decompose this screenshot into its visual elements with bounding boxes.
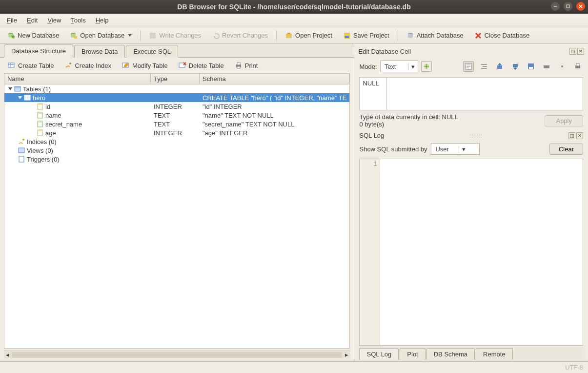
statusbar: UTF-8 bbox=[0, 361, 588, 373]
tab-database-structure[interactable]: Database Structure bbox=[4, 44, 73, 58]
clear-button[interactable]: Clear bbox=[549, 144, 583, 155]
cell-editor[interactable]: NULL bbox=[359, 77, 583, 110]
tree-tables-node[interactable]: Tables (1) bbox=[4, 84, 349, 93]
tab-dbschema[interactable]: DB Schema bbox=[426, 348, 475, 360]
schema-tree[interactable]: Name Type Schema Tables (1) hero CREATE … bbox=[4, 73, 350, 349]
import-icon[interactable] bbox=[510, 61, 521, 72]
null-icon[interactable] bbox=[541, 61, 552, 72]
sql-source-combo[interactable]: User ▾ bbox=[431, 143, 480, 155]
minimize-button[interactable] bbox=[551, 2, 560, 11]
mode-value: Text bbox=[381, 63, 408, 70]
menu-edit[interactable]: Edit bbox=[23, 16, 41, 25]
label: Open Project bbox=[295, 32, 332, 39]
svg-rect-39 bbox=[38, 130, 42, 131]
undock-button[interactable]: ◫ bbox=[569, 48, 576, 55]
svg-point-19 bbox=[69, 62, 71, 64]
create-table-button[interactable]: Create Table bbox=[6, 61, 56, 70]
tab-execute-sql[interactable]: Execute SQL bbox=[126, 45, 178, 58]
right-tabs: SQL Log Plot DB Schema Remote bbox=[357, 347, 585, 359]
col-type-header[interactable]: Type bbox=[151, 74, 200, 84]
close-pane-button[interactable]: ✕ bbox=[576, 132, 583, 139]
write-changes-button[interactable]: Write Changes bbox=[144, 30, 205, 41]
save-project-button[interactable]: Save Project bbox=[339, 30, 394, 41]
revert-changes-button[interactable]: Revert Changes bbox=[207, 30, 272, 41]
chevron-down-icon: ▾ bbox=[408, 63, 418, 70]
horizontal-scrollbar[interactable]: ◂ ▸ bbox=[4, 351, 350, 358]
svg-rect-1 bbox=[567, 5, 569, 8]
close-button[interactable] bbox=[576, 2, 585, 11]
sql-log-content[interactable] bbox=[380, 159, 583, 345]
window-title: DB Browser for SQLite - /home/user/code/… bbox=[177, 3, 410, 11]
tab-sqllog[interactable]: SQL Log bbox=[359, 348, 399, 360]
svg-rect-37 bbox=[38, 121, 42, 123]
auto-format-button[interactable] bbox=[421, 61, 432, 72]
undock-button[interactable]: ◫ bbox=[568, 132, 575, 139]
cell-content[interactable] bbox=[387, 78, 583, 110]
label: New Database bbox=[18, 32, 59, 39]
tab-plot[interactable]: Plot bbox=[400, 348, 425, 360]
encoding-indicator: UTF-8 bbox=[565, 364, 583, 371]
close-database-button[interactable]: Close Database bbox=[470, 30, 534, 41]
save-project-icon bbox=[343, 32, 351, 40]
tab-browse-data[interactable]: Browse Data bbox=[74, 45, 125, 58]
clear-cell-icon[interactable] bbox=[557, 61, 568, 72]
menu-tools[interactable]: Tools bbox=[67, 16, 89, 25]
text-mode-icon[interactable] bbox=[463, 61, 474, 72]
svg-rect-10 bbox=[287, 33, 290, 34]
tree-column-secret-name[interactable]: secret_name TEXT"secret_name" TEXT NOT N… bbox=[4, 120, 349, 128]
tree-table-hero[interactable]: hero CREATE TABLE "hero" ( "id" INTEGER,… bbox=[4, 93, 349, 102]
create-table-icon bbox=[8, 62, 16, 69]
menu-file[interactable]: File bbox=[3, 16, 21, 25]
print-icon bbox=[235, 62, 243, 69]
column-icon bbox=[37, 121, 43, 127]
scroll-left-icon[interactable]: ◂ bbox=[4, 352, 11, 358]
expander-icon[interactable] bbox=[8, 87, 12, 90]
svg-rect-26 bbox=[237, 66, 240, 68]
open-database-button[interactable]: Open Database bbox=[65, 30, 136, 41]
tab-remote[interactable]: Remote bbox=[476, 348, 513, 360]
apply-button[interactable]: Apply bbox=[545, 115, 583, 126]
tree-column-name[interactable]: name TEXT"name" TEXT NOT NULL bbox=[4, 111, 349, 120]
table-icon bbox=[24, 94, 31, 101]
tree-indices-node[interactable]: Indices (0) bbox=[4, 137, 349, 146]
tree-triggers-node[interactable]: Triggers (0) bbox=[4, 155, 349, 164]
menu-help[interactable]: Help bbox=[92, 16, 113, 25]
expander-icon[interactable] bbox=[18, 96, 22, 99]
chevron-down-icon[interactable] bbox=[128, 34, 132, 37]
print-button[interactable]: Print bbox=[233, 61, 260, 70]
menu-view[interactable]: View bbox=[43, 16, 65, 25]
open-project-button[interactable]: Open Project bbox=[281, 30, 337, 41]
modify-table-button[interactable]: Modify Table bbox=[120, 61, 170, 70]
grip-icon[interactable]: :::::: bbox=[470, 133, 483, 138]
save-cell-icon[interactable] bbox=[526, 61, 536, 72]
svg-text:★: ★ bbox=[10, 33, 15, 40]
tree-column-age[interactable]: age INTEGER"age" INTEGER bbox=[4, 128, 349, 137]
indent-icon[interactable] bbox=[479, 61, 489, 72]
left-tabs: Database Structure Browse Data Execute S… bbox=[0, 44, 354, 58]
sql-log-view[interactable]: 1 bbox=[359, 159, 583, 346]
maximize-button[interactable] bbox=[564, 2, 572, 11]
mode-combo[interactable]: Text ▾ bbox=[380, 61, 418, 72]
close-pane-button[interactable]: ✕ bbox=[577, 48, 584, 55]
scroll-right-icon[interactable]: ▸ bbox=[343, 352, 350, 358]
svg-rect-33 bbox=[38, 104, 42, 105]
attach-database-button[interactable]: Attach Database bbox=[402, 30, 468, 41]
menubar: File Edit View Tools Help bbox=[0, 14, 588, 27]
tree-views-node[interactable]: Views (0) bbox=[4, 146, 349, 155]
chevron-down-icon: ▾ bbox=[459, 145, 468, 153]
new-database-icon: ★ bbox=[7, 32, 15, 40]
create-index-icon bbox=[64, 62, 72, 69]
col-name-header[interactable]: Name bbox=[4, 74, 151, 84]
new-database-button[interactable]: ★ New Database bbox=[3, 30, 63, 41]
col-schema-header[interactable]: Schema bbox=[200, 74, 349, 84]
export-icon[interactable] bbox=[494, 61, 505, 72]
attach-database-icon bbox=[406, 32, 414, 40]
label: Save Project bbox=[353, 32, 389, 39]
triggers-icon bbox=[18, 156, 25, 163]
delete-table-button[interactable]: Delete Table bbox=[177, 61, 226, 70]
create-index-button[interactable]: Create Index bbox=[62, 61, 113, 70]
svg-rect-58 bbox=[576, 63, 579, 66]
print-cell-icon[interactable] bbox=[572, 61, 583, 72]
separator bbox=[140, 30, 141, 41]
tree-column-id[interactable]: id INTEGER"id" INTEGER bbox=[4, 102, 349, 111]
